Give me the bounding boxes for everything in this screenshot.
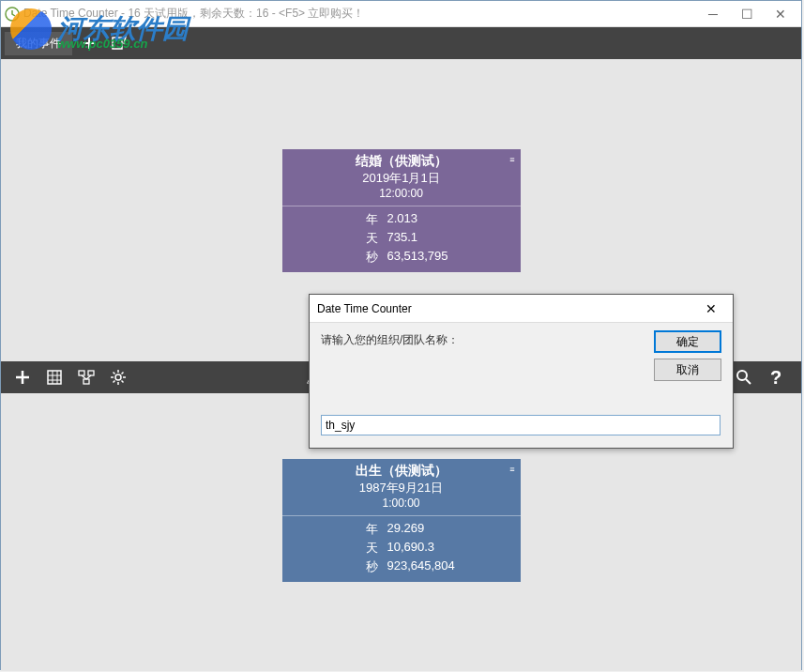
- dialog-titlebar: Date Time Counter ✕: [310, 295, 733, 323]
- card-time: 12:00:00: [288, 187, 515, 200]
- card-time: 1:00:00: [288, 496, 515, 510]
- birth-event-card[interactable]: ≡ 出生（供测试） 1987年9月21日 1:00:00 年29.269 天10…: [282, 459, 521, 582]
- card-menu-icon[interactable]: ≡: [509, 155, 514, 164]
- settings-button[interactable]: [104, 363, 132, 391]
- events-tab[interactable]: 我的事件: [5, 32, 72, 55]
- help-button[interactable]: ?: [762, 363, 790, 391]
- dialog-title: Date Time Counter: [317, 302, 697, 315]
- card-menu-icon[interactable]: ≡: [509, 465, 514, 474]
- dialog-close-button[interactable]: ✕: [697, 301, 725, 316]
- svg-point-7: [737, 371, 747, 380]
- add-event-button[interactable]: [8, 363, 37, 391]
- svg-point-6: [115, 374, 121, 380]
- maximize-button[interactable]: ☐: [730, 4, 764, 24]
- svg-rect-2: [48, 371, 61, 384]
- minimize-button[interactable]: ─: [696, 4, 730, 24]
- main-toolbar: 我的事件: [1, 27, 801, 59]
- flow-button[interactable]: [72, 363, 100, 391]
- ok-button[interactable]: 确定: [654, 330, 721, 353]
- card-date: 2019年1月1日: [288, 170, 515, 187]
- add-tab-button[interactable]: [76, 30, 102, 56]
- svg-rect-4: [88, 371, 94, 375]
- search-button[interactable]: [730, 363, 758, 391]
- wedding-event-card[interactable]: ≡ 结婚（供测试） 2019年1月1日 12:00:00 年2.013 天735…: [282, 149, 521, 272]
- cancel-button[interactable]: 取消: [654, 359, 721, 381]
- window-title: Date Time Counter - 16 天试用版，剩余天数：16 - <F…: [23, 6, 696, 22]
- grid-view-button[interactable]: [40, 363, 68, 391]
- card-date: 1987年9月21日: [288, 480, 515, 496]
- app-icon: [5, 7, 20, 22]
- close-button[interactable]: ✕: [764, 4, 797, 24]
- card-title: 结婚（供测试）: [288, 153, 515, 170]
- team-name-input[interactable]: [321, 415, 721, 435]
- edit-tab-button[interactable]: [106, 30, 132, 56]
- svg-rect-1: [113, 38, 122, 49]
- svg-rect-5: [83, 379, 89, 384]
- team-name-dialog: Date Time Counter ✕ 请输入您的组织/团队名称： 确定 取消: [309, 294, 734, 449]
- svg-point-0: [6, 8, 19, 21]
- card-title: 出生（供测试）: [288, 463, 515, 480]
- svg-rect-3: [79, 371, 84, 375]
- titlebar: Date Time Counter - 16 天试用版，剩余天数：16 - <F…: [1, 1, 801, 27]
